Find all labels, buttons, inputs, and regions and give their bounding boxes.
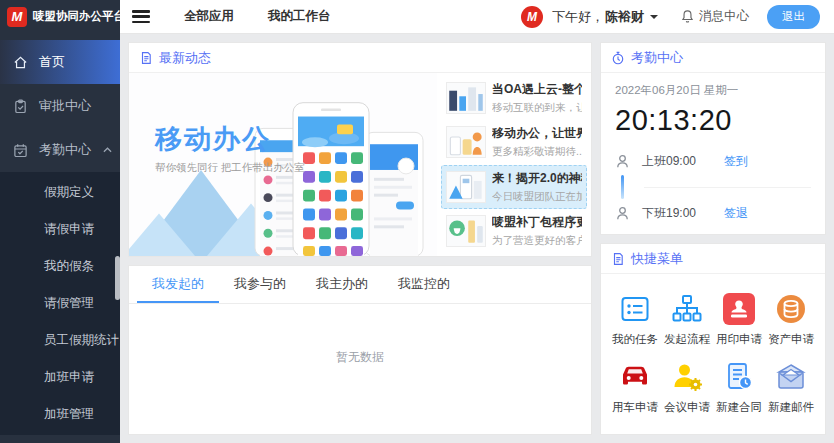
news-title: 当OA遇上云-整个协同OA xyxy=(492,81,582,98)
quick-item-label: 新建合同 xyxy=(716,400,762,415)
check-in-label: 上班09:00 xyxy=(642,153,724,170)
message-center-link[interactable]: 消息中心 xyxy=(699,8,749,25)
sidebar-item-attendance-center[interactable]: 考勤中心 xyxy=(0,128,120,172)
timeline-connector xyxy=(615,172,811,202)
document-icon xyxy=(139,51,153,65)
sidebar-subitem-my-leave-notes[interactable]: 我的假条 xyxy=(0,248,120,285)
check-out-link[interactable]: 签退 xyxy=(724,205,748,222)
quick-item-new-mail[interactable]: 新建邮件 xyxy=(768,361,814,415)
user-menu-caret-icon[interactable] xyxy=(650,15,658,23)
banner-illustration[interactable]: 移动办公 帮你领先同行 把工作带出办公室 xyxy=(129,73,437,256)
news-item-selected[interactable]: 来！揭开2.0的神秘面纱~ 今日唛盟团队正在加班加点， xyxy=(441,165,587,209)
attendance-submenu: 假期定义 请假申请 我的假条 请假管理 员工假期统计 加班申请 加班管理 xyxy=(0,172,120,435)
banner-headline: 移动办公 xyxy=(154,124,271,154)
my-tasks-panel: 我发起的 我参与的 我主办的 我监控的 暂无数据 xyxy=(128,265,592,435)
task-tabs: 我发起的 我参与的 我主办的 我监控的 xyxy=(129,266,591,304)
task-icon xyxy=(619,293,651,325)
sidebar-scrollbar[interactable] xyxy=(115,256,120,300)
news-thumbnail xyxy=(446,215,486,247)
sidebar-subitem-leave-request[interactable]: 请假申请 xyxy=(0,211,120,248)
sidebar-item-label: 首页 xyxy=(39,53,65,71)
sidebar-subitem-overtime-request[interactable]: 加班申请 xyxy=(0,359,120,396)
panel-title: 快捷菜单 xyxy=(631,250,683,268)
tab-participated-by-me[interactable]: 我参与的 xyxy=(219,266,301,303)
phone-mockup-right xyxy=(365,132,423,256)
news-desc: 为了营造更好的客户体验，唛 xyxy=(492,234,582,248)
main-content: 最新动态 xyxy=(120,34,834,443)
attendance-clock: 20:13:20 xyxy=(615,104,811,137)
sidebar-subitem-staff-holiday-stats[interactable]: 员工假期统计 xyxy=(0,322,120,359)
quick-item-my-tasks[interactable]: 我的任务 xyxy=(612,293,658,347)
user-greeting[interactable]: 下午好，陈裕财 xyxy=(552,8,644,26)
topbar-right: M 下午好，陈裕财 消息中心 退出 xyxy=(521,5,834,29)
attendance-body: 2022年06月20日 星期一 20:13:20 上班09:00 签到 xyxy=(601,73,825,234)
tab-monitored-by-me[interactable]: 我监控的 xyxy=(383,266,465,303)
panel-title: 最新动态 xyxy=(159,49,211,67)
attendance-panel: 考勤中心 2022年06月20日 星期一 20:13:20 上班09:00 签到 xyxy=(600,42,826,235)
topbar: M 唛盟协同办公平台 全部应用 我的工作台 M 下午好，陈裕财 消息中心 退出 xyxy=(0,0,834,34)
nav-all-apps[interactable]: 全部应用 xyxy=(184,8,234,25)
document-icon xyxy=(611,252,625,266)
attendance-icon xyxy=(13,143,28,158)
news-thumbnail xyxy=(446,126,486,158)
quick-item-asset-request[interactable]: 资产申请 xyxy=(768,293,814,347)
news-item[interactable]: 移动办公，让世界触手可 更多精彩敬请期待....... xyxy=(441,120,587,164)
quick-item-label: 发起流程 xyxy=(664,332,710,347)
news-list: 当OA遇上云-整个协同OA 移动互联的到来，让OA与云 移动办公，让世界触手可 xyxy=(437,73,591,256)
banner-subline: 帮你领先同行 把工作带出办公室 xyxy=(155,162,305,173)
tab-initiated-by-me[interactable]: 我发起的 xyxy=(137,266,219,303)
empty-state-text: 暂无数据 xyxy=(129,304,591,366)
quick-item-label: 用印申请 xyxy=(716,332,762,347)
logout-button[interactable]: 退出 xyxy=(767,5,820,29)
sidebar-subitem-holiday-definition[interactable]: 假期定义 xyxy=(0,174,120,211)
nav-my-workspace[interactable]: 我的工作台 xyxy=(268,8,331,25)
news-desc: 移动互联的到来，让OA与云 xyxy=(492,101,582,115)
news-title: 来！揭开2.0的神秘面纱~ xyxy=(492,170,582,187)
quick-item-start-flow[interactable]: 发起流程 xyxy=(664,293,710,347)
user-avatar[interactable]: M xyxy=(521,6,543,28)
news-item[interactable]: 唛盟补丁包程序更新 为了营造更好的客户体验，唛 xyxy=(441,209,587,253)
app-title: 唛盟协同办公平台 xyxy=(33,9,125,24)
check-out-row: 下班19:00 签退 xyxy=(615,202,811,224)
attendance-header: 考勤中心 xyxy=(601,43,825,73)
app-brand[interactable]: M 唛盟协同办公平台 xyxy=(0,0,120,34)
tab-hosted-by-me[interactable]: 我主办的 xyxy=(301,266,383,303)
quick-item-meeting-request[interactable]: 会议申请 xyxy=(664,361,710,415)
home-icon xyxy=(13,55,28,70)
news-item[interactable]: 当OA遇上云-整个协同OA 移动互联的到来，让OA与云 xyxy=(441,76,587,120)
right-column: 考勤中心 2022年06月20日 星期一 20:13:20 上班09:00 签到 xyxy=(600,42,826,435)
username: 陈裕财 xyxy=(605,9,644,24)
approval-icon xyxy=(13,99,28,114)
quick-item-label: 新建邮件 xyxy=(768,400,814,415)
news-thumbnail xyxy=(446,82,486,114)
news-title: 唛盟补丁包程序更新 xyxy=(492,214,582,231)
sidebar-item-label: 审批中心 xyxy=(39,97,91,115)
menu-toggle-icon[interactable] xyxy=(132,10,150,23)
quick-menu-grid: 我的任务 发起流程 用印申请 xyxy=(601,274,825,434)
person-icon xyxy=(615,154,630,169)
sidebar-item-approval-center[interactable]: 审批中心 xyxy=(0,84,120,128)
flow-icon xyxy=(671,293,703,325)
news-body: 移动办公 帮你领先同行 把工作带出办公室 当OA遇上云-整个协同OA xyxy=(129,73,591,256)
attendance-date: 2022年06月20日 星期一 xyxy=(615,83,811,98)
sidebar-item-home[interactable]: 首页 xyxy=(0,40,120,84)
stamp-icon xyxy=(723,293,755,325)
chevron-up-icon xyxy=(103,147,112,153)
check-in-row: 上班09:00 签到 xyxy=(615,150,811,172)
quick-item-vehicle-request[interactable]: 用车申请 xyxy=(612,361,658,415)
oa-dashboard: M 唛盟协同办公平台 全部应用 我的工作台 M 下午好，陈裕财 消息中心 退出 xyxy=(0,0,834,443)
sidebar-subitem-overtime-management[interactable]: 加班管理 xyxy=(0,396,120,433)
quick-item-seal-request[interactable]: 用印申请 xyxy=(716,293,762,347)
quick-item-label: 会议申请 xyxy=(664,400,710,415)
sidebar-item-label: 考勤中心 xyxy=(39,141,91,159)
panel-title: 考勤中心 xyxy=(631,49,683,67)
stopwatch-icon xyxy=(611,51,625,65)
news-title: 移动办公，让世界触手可 xyxy=(492,125,582,142)
bell-icon[interactable] xyxy=(680,9,695,24)
quick-item-new-contract[interactable]: 新建合同 xyxy=(716,361,762,415)
quick-item-label: 用车申请 xyxy=(612,400,658,415)
check-in-link[interactable]: 签到 xyxy=(724,153,748,170)
sidebar-subitem-leave-management[interactable]: 请假管理 xyxy=(0,285,120,322)
person-icon xyxy=(615,206,630,221)
news-desc: 今日唛盟团队正在加班加点， xyxy=(492,190,582,204)
